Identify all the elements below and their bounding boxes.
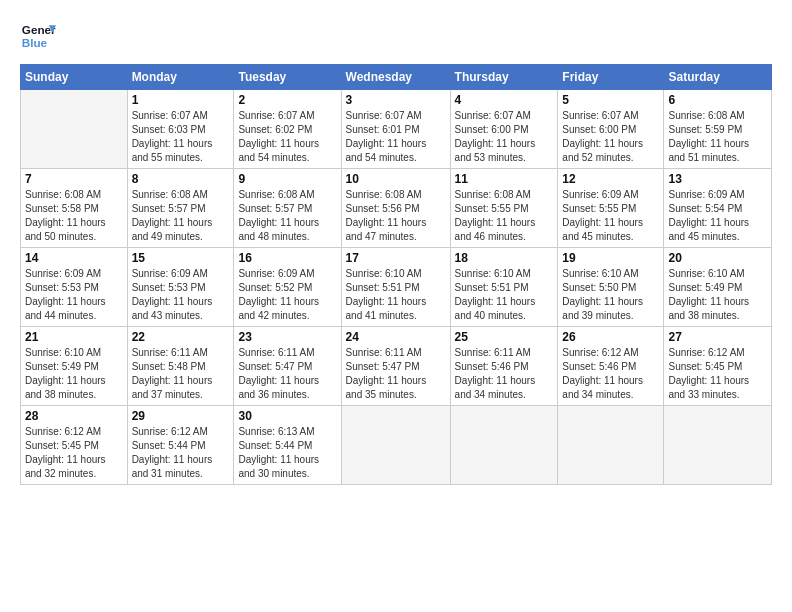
- day-info: Sunrise: 6:12 AM Sunset: 5:44 PM Dayligh…: [132, 425, 230, 481]
- calendar-cell: [450, 406, 558, 485]
- weekday-header: Wednesday: [341, 65, 450, 90]
- calendar-header-row: SundayMondayTuesdayWednesdayThursdayFrid…: [21, 65, 772, 90]
- day-number: 21: [25, 330, 123, 344]
- day-number: 6: [668, 93, 767, 107]
- calendar-cell: 1Sunrise: 6:07 AM Sunset: 6:03 PM Daylig…: [127, 90, 234, 169]
- calendar-cell: [341, 406, 450, 485]
- calendar-cell: 18Sunrise: 6:10 AM Sunset: 5:51 PM Dayli…: [450, 248, 558, 327]
- day-info: Sunrise: 6:10 AM Sunset: 5:50 PM Dayligh…: [562, 267, 659, 323]
- calendar-cell: 12Sunrise: 6:09 AM Sunset: 5:55 PM Dayli…: [558, 169, 664, 248]
- calendar-cell: 5Sunrise: 6:07 AM Sunset: 6:00 PM Daylig…: [558, 90, 664, 169]
- svg-text:General: General: [22, 23, 56, 36]
- day-number: 22: [132, 330, 230, 344]
- day-info: Sunrise: 6:09 AM Sunset: 5:54 PM Dayligh…: [668, 188, 767, 244]
- day-info: Sunrise: 6:12 AM Sunset: 5:45 PM Dayligh…: [25, 425, 123, 481]
- calendar-cell: [664, 406, 772, 485]
- day-info: Sunrise: 6:10 AM Sunset: 5:49 PM Dayligh…: [668, 267, 767, 323]
- weekday-header: Friday: [558, 65, 664, 90]
- calendar-cell: 24Sunrise: 6:11 AM Sunset: 5:47 PM Dayli…: [341, 327, 450, 406]
- day-info: Sunrise: 6:08 AM Sunset: 5:59 PM Dayligh…: [668, 109, 767, 165]
- calendar-cell: 16Sunrise: 6:09 AM Sunset: 5:52 PM Dayli…: [234, 248, 341, 327]
- day-info: Sunrise: 6:08 AM Sunset: 5:56 PM Dayligh…: [346, 188, 446, 244]
- day-number: 7: [25, 172, 123, 186]
- weekday-header: Monday: [127, 65, 234, 90]
- weekday-header: Tuesday: [234, 65, 341, 90]
- calendar-table: SundayMondayTuesdayWednesdayThursdayFrid…: [20, 64, 772, 485]
- day-number: 10: [346, 172, 446, 186]
- calendar-cell: 6Sunrise: 6:08 AM Sunset: 5:59 PM Daylig…: [664, 90, 772, 169]
- day-number: 9: [238, 172, 336, 186]
- calendar-week-row: 28Sunrise: 6:12 AM Sunset: 5:45 PM Dayli…: [21, 406, 772, 485]
- calendar-cell: 28Sunrise: 6:12 AM Sunset: 5:45 PM Dayli…: [21, 406, 128, 485]
- day-number: 18: [455, 251, 554, 265]
- calendar-cell: 27Sunrise: 6:12 AM Sunset: 5:45 PM Dayli…: [664, 327, 772, 406]
- calendar-cell: 19Sunrise: 6:10 AM Sunset: 5:50 PM Dayli…: [558, 248, 664, 327]
- day-info: Sunrise: 6:07 AM Sunset: 6:02 PM Dayligh…: [238, 109, 336, 165]
- calendar-cell: 14Sunrise: 6:09 AM Sunset: 5:53 PM Dayli…: [21, 248, 128, 327]
- calendar-cell: 21Sunrise: 6:10 AM Sunset: 5:49 PM Dayli…: [21, 327, 128, 406]
- day-info: Sunrise: 6:07 AM Sunset: 6:00 PM Dayligh…: [562, 109, 659, 165]
- calendar-cell: 10Sunrise: 6:08 AM Sunset: 5:56 PM Dayli…: [341, 169, 450, 248]
- calendar-cell: 4Sunrise: 6:07 AM Sunset: 6:00 PM Daylig…: [450, 90, 558, 169]
- weekday-header: Saturday: [664, 65, 772, 90]
- calendar-cell: 2Sunrise: 6:07 AM Sunset: 6:02 PM Daylig…: [234, 90, 341, 169]
- calendar-week-row: 1Sunrise: 6:07 AM Sunset: 6:03 PM Daylig…: [21, 90, 772, 169]
- day-number: 11: [455, 172, 554, 186]
- calendar-cell: 7Sunrise: 6:08 AM Sunset: 5:58 PM Daylig…: [21, 169, 128, 248]
- day-number: 1: [132, 93, 230, 107]
- day-info: Sunrise: 6:08 AM Sunset: 5:57 PM Dayligh…: [238, 188, 336, 244]
- calendar-cell: 17Sunrise: 6:10 AM Sunset: 5:51 PM Dayli…: [341, 248, 450, 327]
- calendar-cell: [21, 90, 128, 169]
- day-info: Sunrise: 6:07 AM Sunset: 6:00 PM Dayligh…: [455, 109, 554, 165]
- page: General Blue SundayMondayTuesdayWednesda…: [0, 0, 792, 612]
- calendar-cell: 11Sunrise: 6:08 AM Sunset: 5:55 PM Dayli…: [450, 169, 558, 248]
- day-info: Sunrise: 6:09 AM Sunset: 5:53 PM Dayligh…: [132, 267, 230, 323]
- calendar-week-row: 7Sunrise: 6:08 AM Sunset: 5:58 PM Daylig…: [21, 169, 772, 248]
- day-number: 3: [346, 93, 446, 107]
- day-number: 15: [132, 251, 230, 265]
- day-info: Sunrise: 6:12 AM Sunset: 5:46 PM Dayligh…: [562, 346, 659, 402]
- day-number: 23: [238, 330, 336, 344]
- day-number: 28: [25, 409, 123, 423]
- calendar-cell: 3Sunrise: 6:07 AM Sunset: 6:01 PM Daylig…: [341, 90, 450, 169]
- calendar-cell: 9Sunrise: 6:08 AM Sunset: 5:57 PM Daylig…: [234, 169, 341, 248]
- day-number: 17: [346, 251, 446, 265]
- day-info: Sunrise: 6:08 AM Sunset: 5:58 PM Dayligh…: [25, 188, 123, 244]
- day-number: 16: [238, 251, 336, 265]
- day-number: 5: [562, 93, 659, 107]
- calendar-cell: 8Sunrise: 6:08 AM Sunset: 5:57 PM Daylig…: [127, 169, 234, 248]
- day-number: 14: [25, 251, 123, 265]
- day-info: Sunrise: 6:13 AM Sunset: 5:44 PM Dayligh…: [238, 425, 336, 481]
- svg-text:Blue: Blue: [22, 36, 48, 49]
- day-info: Sunrise: 6:09 AM Sunset: 5:53 PM Dayligh…: [25, 267, 123, 323]
- calendar-cell: 26Sunrise: 6:12 AM Sunset: 5:46 PM Dayli…: [558, 327, 664, 406]
- day-number: 12: [562, 172, 659, 186]
- calendar-cell: 15Sunrise: 6:09 AM Sunset: 5:53 PM Dayli…: [127, 248, 234, 327]
- weekday-header: Thursday: [450, 65, 558, 90]
- day-number: 20: [668, 251, 767, 265]
- day-info: Sunrise: 6:12 AM Sunset: 5:45 PM Dayligh…: [668, 346, 767, 402]
- day-info: Sunrise: 6:11 AM Sunset: 5:48 PM Dayligh…: [132, 346, 230, 402]
- calendar-week-row: 14Sunrise: 6:09 AM Sunset: 5:53 PM Dayli…: [21, 248, 772, 327]
- calendar-cell: 30Sunrise: 6:13 AM Sunset: 5:44 PM Dayli…: [234, 406, 341, 485]
- calendar-cell: [558, 406, 664, 485]
- day-number: 24: [346, 330, 446, 344]
- day-info: Sunrise: 6:07 AM Sunset: 6:03 PM Dayligh…: [132, 109, 230, 165]
- header: General Blue: [20, 18, 772, 54]
- calendar-cell: 25Sunrise: 6:11 AM Sunset: 5:46 PM Dayli…: [450, 327, 558, 406]
- day-number: 19: [562, 251, 659, 265]
- day-info: Sunrise: 6:11 AM Sunset: 5:47 PM Dayligh…: [238, 346, 336, 402]
- day-number: 13: [668, 172, 767, 186]
- day-info: Sunrise: 6:08 AM Sunset: 5:57 PM Dayligh…: [132, 188, 230, 244]
- calendar-cell: 13Sunrise: 6:09 AM Sunset: 5:54 PM Dayli…: [664, 169, 772, 248]
- calendar-cell: 29Sunrise: 6:12 AM Sunset: 5:44 PM Dayli…: [127, 406, 234, 485]
- day-info: Sunrise: 6:11 AM Sunset: 5:47 PM Dayligh…: [346, 346, 446, 402]
- day-info: Sunrise: 6:09 AM Sunset: 5:52 PM Dayligh…: [238, 267, 336, 323]
- day-number: 25: [455, 330, 554, 344]
- logo: General Blue: [20, 18, 58, 54]
- day-info: Sunrise: 6:08 AM Sunset: 5:55 PM Dayligh…: [455, 188, 554, 244]
- day-info: Sunrise: 6:10 AM Sunset: 5:51 PM Dayligh…: [455, 267, 554, 323]
- day-info: Sunrise: 6:09 AM Sunset: 5:55 PM Dayligh…: [562, 188, 659, 244]
- day-info: Sunrise: 6:11 AM Sunset: 5:46 PM Dayligh…: [455, 346, 554, 402]
- day-info: Sunrise: 6:07 AM Sunset: 6:01 PM Dayligh…: [346, 109, 446, 165]
